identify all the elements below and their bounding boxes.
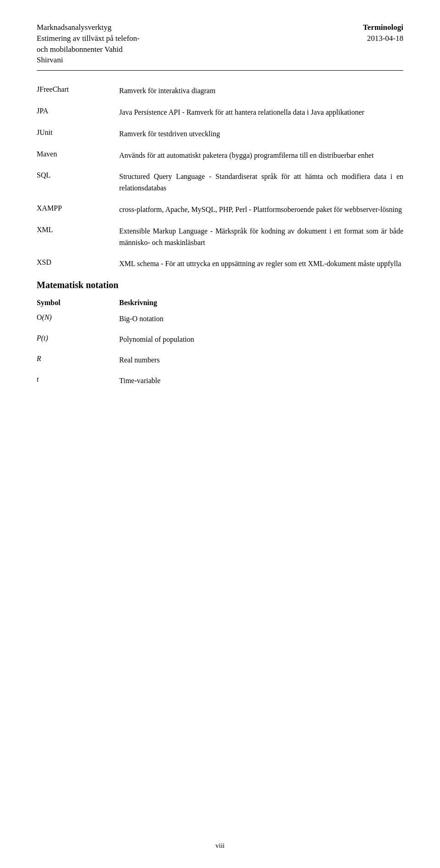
header-date: 2013-04-18 — [363, 33, 403, 44]
math-symbol-t: t — [37, 375, 110, 384]
term-key-jfreechart: JFreeChart — [37, 85, 110, 94]
header-section-title: Terminologi — [363, 22, 403, 33]
math-section-title: Matematisk notation — [37, 280, 403, 290]
page-footer: viii — [0, 842, 440, 850]
term-value-maven: Används för att automatiskt paketera (by… — [119, 150, 403, 161]
math-desc-on: Big-O notation — [119, 313, 403, 325]
term-value-xampp: cross-platform, Apache, MySQL, PHP, Perl… — [119, 204, 403, 216]
term-row-xml: XML Extensible Markup Language - Märkspr… — [37, 226, 403, 249]
header-right: Terminologi 2013-04-18 — [363, 22, 403, 44]
math-col-description: Beskrivning — [119, 299, 403, 307]
term-value-jfreechart: Ramverk för interaktiva diagram — [119, 85, 403, 97]
header-divider — [37, 70, 403, 71]
term-key-maven: Maven — [37, 150, 110, 158]
term-key-sql: SQL — [37, 171, 110, 179]
term-value-jpa: Java Persistence API - Ramverk för att h… — [119, 107, 403, 118]
term-key-xml: XML — [37, 226, 110, 234]
math-desc-pt: Polynomial of population — [119, 334, 403, 345]
term-row-xsd: XSD XML schema - För att uttrycka en upp… — [37, 258, 403, 270]
term-value-junit: Ramverk för testdriven utveckling — [119, 128, 403, 140]
header-title-line3: och mobilabonnenter Vahid — [37, 44, 140, 55]
math-header-row: Symbol Beskrivning — [37, 299, 403, 307]
term-key-jpa: JPA — [37, 107, 110, 115]
page-number: viii — [215, 842, 225, 849]
math-row-pt: P(t) Polynomial of population — [37, 334, 403, 345]
math-row-r: R Real numbers — [37, 355, 403, 366]
math-row-on: O(N) Big-O notation — [37, 313, 403, 325]
page: Marknadsanalysverktyg Estimering av till… — [0, 0, 440, 868]
math-symbol-on: O(N) — [37, 313, 110, 322]
term-key-xsd: XSD — [37, 258, 110, 267]
math-notation-section: Matematisk notation Symbol Beskrivning O… — [37, 280, 403, 386]
term-value-sql: Structured Query Language - Standardiser… — [119, 171, 403, 194]
term-row-jpa: JPA Java Persistence API - Ramverk för a… — [37, 107, 403, 118]
math-symbol-r: R — [37, 355, 110, 363]
page-header: Marknadsanalysverktyg Estimering av till… — [37, 22, 403, 66]
header-title-line4: Shirvani — [37, 55, 140, 66]
term-key-xampp: XAMPP — [37, 204, 110, 212]
term-row-maven: Maven Används för att automatiskt pakete… — [37, 150, 403, 161]
term-value-xsd: XML schema - För att uttrycka en uppsätt… — [119, 258, 403, 270]
term-row-junit: JUnit Ramverk för testdriven utveckling — [37, 128, 403, 140]
term-row-sql: SQL Structured Query Language - Standard… — [37, 171, 403, 194]
term-key-junit: JUnit — [37, 128, 110, 137]
term-value-xml: Extensible Markup Language - Märkspråk f… — [119, 226, 403, 249]
terminology-table: JFreeChart Ramverk för interaktiva diagr… — [37, 85, 403, 270]
math-row-t: t Time-variable — [37, 375, 403, 387]
term-row-xampp: XAMPP cross-platform, Apache, MySQL, PHP… — [37, 204, 403, 216]
header-left: Marknadsanalysverktyg Estimering av till… — [37, 22, 140, 66]
math-desc-r: Real numbers — [119, 355, 403, 366]
math-col-symbol: Symbol — [37, 299, 110, 307]
math-desc-t: Time-variable — [119, 375, 403, 387]
header-title-line1: Marknadsanalysverktyg — [37, 22, 140, 33]
math-symbol-pt: P(t) — [37, 334, 110, 342]
header-title-line2: Estimering av tillväxt på telefon- — [37, 33, 140, 44]
term-row-jfreechart: JFreeChart Ramverk för interaktiva diagr… — [37, 85, 403, 97]
